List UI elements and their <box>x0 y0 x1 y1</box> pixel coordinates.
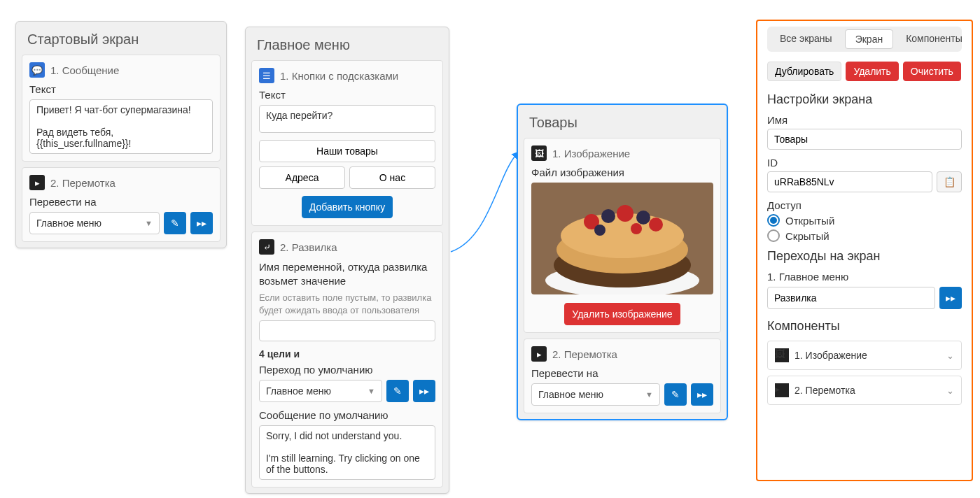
screen-title: Главное меню <box>246 27 449 60</box>
forward-icon: ▸ <box>29 175 45 190</box>
clear-button[interactable]: Очистить <box>903 62 961 81</box>
field-label: 1. Главное меню <box>767 271 962 283</box>
svg-point-8 <box>636 211 650 225</box>
duplicate-button[interactable]: Дублировать <box>767 62 841 81</box>
quick-reply-option[interactable]: О нас <box>349 166 435 189</box>
screen-products[interactable]: Товары 🖼1. Изображение Файл изображения <box>517 104 728 420</box>
goto-button[interactable]: ▸▸ <box>190 212 213 234</box>
section-header: Переходы на экран <box>767 249 962 264</box>
chevron-down-icon: ⌄ <box>946 350 954 361</box>
forward-icon: ▸ <box>775 383 789 397</box>
message-text-input[interactable]: Привет! Я чат-бот супермагазина! Рад вид… <box>29 99 213 154</box>
inspector-panel: Все экраны Экран Компоненты Дублировать … <box>756 20 973 481</box>
field-label: Перевести на <box>531 367 713 379</box>
chevron-down-icon: ⌄ <box>946 385 954 396</box>
field-label: Доступ <box>767 199 962 211</box>
radio-dot-icon <box>767 214 780 227</box>
screen-main-menu[interactable]: Главное меню ☰1. Кнопки с подсказками Те… <box>245 27 449 494</box>
chevron-down-icon: ▼ <box>145 219 153 227</box>
field-label: Перевести на <box>29 196 213 208</box>
svg-point-7 <box>617 205 634 222</box>
tab-screen[interactable]: Экран <box>845 29 894 49</box>
image-icon: 🖼 <box>775 348 789 362</box>
access-hidden-radio[interactable]: Скрытый <box>767 229 962 242</box>
radio-dot-icon <box>767 229 780 242</box>
forward-icon: ▸ <box>531 346 547 362</box>
field-label: Имя переменной, откуда развилка возьмет … <box>259 260 435 287</box>
fork-icon: ⤶ <box>259 239 274 255</box>
field-label: Текст <box>29 83 213 95</box>
component-title: 2. Перемотка <box>552 348 617 360</box>
goto-button[interactable]: ▸▸ <box>413 380 435 402</box>
svg-point-6 <box>601 209 615 223</box>
screen-name-input[interactable] <box>767 129 962 150</box>
buttons-icon: ☰ <box>259 68 274 83</box>
field-label: Файл изображения <box>531 166 713 178</box>
section-header: Компоненты <box>767 319 962 334</box>
component-fork[interactable]: ⤶2. Развилка Имя переменной, откуда разв… <box>251 232 443 488</box>
delete-button[interactable]: Удалить <box>846 62 898 81</box>
component-message[interactable]: 💬1. Сообщение Текст Привет! Я чат-бот су… <box>22 55 220 162</box>
screen-id-input[interactable] <box>767 171 932 192</box>
component-title: 1. Сообщение <box>50 64 119 76</box>
field-label: ID <box>767 157 962 169</box>
section-header: Настройки экрана <box>767 92 962 107</box>
svg-point-9 <box>649 218 663 232</box>
chevron-down-icon: ▼ <box>368 387 375 395</box>
add-option-button[interactable]: Добавить кнопку <box>302 196 393 218</box>
edit-button[interactable]: ✎ <box>164 212 186 234</box>
screen-title: Стартовый экран <box>16 22 226 55</box>
component-forward[interactable]: ▸2. Перемотка Перевести на Главное меню▼… <box>22 167 220 242</box>
forward-target-select[interactable]: Главное меню▼ <box>29 212 160 234</box>
screen-start[interactable]: Стартовый экран 💬1. Сообщение Текст Прив… <box>15 21 227 248</box>
access-open-radio[interactable]: Открытый <box>767 214 962 227</box>
inspector-tabs: Все экраны Экран Компоненты <box>767 27 962 52</box>
component-list-item[interactable]: 🖼1. Изображение ⌄ <box>767 341 962 370</box>
component-forward[interactable]: ▸2. Перемотка Перевести на Главное меню▼… <box>524 339 721 413</box>
fork-variable-input[interactable] <box>259 320 435 341</box>
screen-title: Товары <box>518 105 727 138</box>
prompt-text-input[interactable]: Куда перейти? <box>259 105 435 133</box>
component-quick-replies[interactable]: ☰1. Кнопки с подсказками Текст Куда пере… <box>251 60 443 226</box>
transition-source-input[interactable] <box>767 287 935 309</box>
edit-button[interactable]: ✎ <box>386 380 409 402</box>
component-title: 2. Развилка <box>280 241 337 253</box>
field-label: Имя <box>767 114 962 126</box>
component-title: 1. Изображение <box>552 148 630 159</box>
field-hint: Если оставить поле пустым, то развилка б… <box>259 292 435 316</box>
component-title: 1. Кнопки с подсказками <box>280 70 398 82</box>
field-label: Переход по умолчанию <box>259 364 435 376</box>
forward-target-select[interactable]: Главное меню▼ <box>531 383 660 406</box>
quick-reply-option[interactable]: Адреса <box>259 166 345 189</box>
component-image[interactable]: 🖼1. Изображение Файл изображения <box>524 138 721 333</box>
goto-button[interactable]: ▸▸ <box>691 383 713 406</box>
copy-id-button[interactable]: 📋 <box>937 171 962 192</box>
targets-count: 4 цели и <box>259 348 435 360</box>
component-list-item[interactable]: ▸2. Перемотка ⌄ <box>767 376 962 405</box>
svg-point-10 <box>594 225 606 236</box>
delete-image-button[interactable]: Удалить изображение <box>564 303 680 325</box>
chevron-down-icon: ▼ <box>645 390 653 399</box>
component-title: 2. Перемотка <box>50 177 115 189</box>
default-message-input[interactable]: Sorry, I did not understand you. I'm sti… <box>259 425 435 480</box>
edit-button[interactable]: ✎ <box>664 383 687 406</box>
goto-button[interactable]: ▸▸ <box>939 287 962 309</box>
field-label: Текст <box>259 89 435 101</box>
tab-all-screens[interactable]: Все экраны <box>770 29 842 49</box>
image-icon: 🖼 <box>531 145 547 161</box>
default-transition-select[interactable]: Главное меню▼ <box>259 380 382 402</box>
quick-reply-option[interactable]: Наши товары <box>259 140 435 162</box>
message-icon: 💬 <box>29 62 45 78</box>
image-preview[interactable] <box>531 183 713 294</box>
tab-components[interactable]: Компоненты <box>896 29 972 49</box>
field-label: Сообщение по умолчанию <box>259 409 435 421</box>
svg-point-11 <box>631 223 642 234</box>
